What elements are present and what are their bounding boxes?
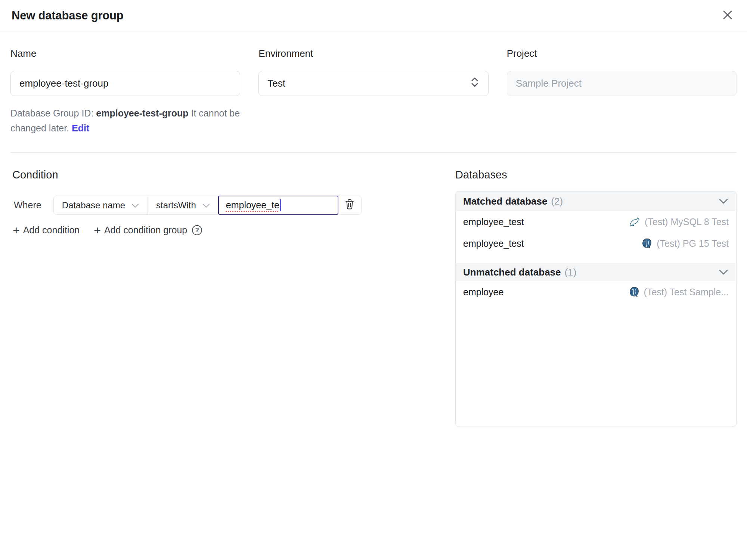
chevron-down-icon [718, 198, 729, 205]
condition-operator-value: startsWith [156, 200, 196, 211]
id-note-prefix: Database Group ID: [10, 108, 96, 118]
project-column: Project Sample Project [507, 48, 737, 96]
add-condition-button[interactable]: + Add condition [13, 225, 80, 236]
condition-row: Where Database name startsWith employee_… [10, 196, 455, 215]
database-instance-label: (Test) MySQL 8 Test [645, 217, 729, 227]
project-field[interactable]: Sample Project [507, 71, 737, 96]
matched-database-header[interactable]: Matched database (2) [456, 192, 736, 211]
chevron-down-icon [202, 200, 210, 211]
condition-actions-row: + Add condition + Add condition group ? [10, 225, 455, 236]
environment-column: Environment Test [258, 48, 488, 96]
postgresql-icon [629, 286, 640, 298]
content-row: Condition Where Database name startsWith [0, 169, 747, 426]
database-group-id-note: Database Group ID: employee-test-group I… [10, 106, 242, 136]
project-value: Sample Project [516, 78, 582, 89]
databases-heading: Databases [455, 169, 737, 181]
matched-database-title: Matched database [463, 196, 547, 207]
dialog-title: New database group [12, 9, 124, 22]
database-instance: (Test) Test Sample... [629, 286, 729, 298]
environment-label: Environment [258, 48, 488, 59]
database-instance-label: (Test) Test Sample... [644, 287, 729, 298]
condition-expression-group: Database name startsWith employee_te [53, 196, 362, 215]
add-condition-group-label: Add condition group [104, 225, 187, 236]
name-input[interactable] [10, 71, 240, 96]
postgresql-icon [641, 238, 653, 249]
condition-field-value: Database name [62, 200, 125, 211]
section-divider [10, 152, 737, 153]
condition-value-input[interactable]: employee_te [218, 196, 338, 215]
close-button[interactable] [719, 7, 736, 24]
name-column: Name [10, 48, 240, 96]
name-label: Name [10, 48, 240, 59]
mysql-icon [629, 216, 641, 227]
condition-field-dropdown[interactable]: Database name [54, 196, 148, 214]
add-condition-group-button[interactable]: + Add condition group ? [94, 225, 202, 236]
add-condition-label: Add condition [23, 225, 80, 236]
delete-condition-button[interactable] [338, 196, 361, 214]
edit-id-link[interactable]: Edit [72, 123, 89, 133]
unmatched-database-title: Unmatched database [463, 267, 561, 278]
condition-operator-dropdown[interactable]: startsWith [148, 196, 218, 214]
dialog-header: New database group [0, 0, 747, 31]
environment-value: Test [267, 78, 285, 89]
text-cursor [280, 199, 281, 211]
environment-select[interactable]: Test [258, 71, 488, 96]
database-instance: (Test) PG 15 Test [641, 238, 729, 249]
form-row: Name Environment Test Project Sample Pro… [0, 48, 747, 96]
unmatched-database-count: (1) [565, 267, 577, 278]
condition-section: Condition Where Database name startsWith [10, 169, 455, 236]
condition-value-text: employee_te [226, 200, 279, 211]
chevron-down-icon [131, 200, 139, 211]
databases-panel: Matched database (2) employee_test (Test… [455, 191, 737, 426]
id-note-value: employee-test-group [96, 108, 188, 118]
trash-icon [344, 199, 355, 212]
unmatched-database-header[interactable]: Unmatched database (1) [456, 263, 736, 281]
project-label: Project [507, 48, 737, 59]
matched-database-count: (2) [551, 196, 563, 207]
database-row: employee_test (Test) MySQL 8 Test [456, 211, 736, 233]
database-row: employee_test (Test) PG 15 Test [456, 233, 736, 254]
database-instance-label: (Test) PG 15 Test [657, 238, 729, 249]
database-name: employee [463, 287, 503, 298]
plus-icon: + [13, 225, 20, 236]
database-row: employee (Test) Test Sample... [456, 281, 736, 303]
condition-heading: Condition [10, 169, 455, 181]
close-icon [722, 9, 733, 22]
where-label: Where [14, 200, 41, 211]
selector-updown-icon [470, 77, 480, 90]
chevron-down-icon [718, 269, 729, 276]
help-icon[interactable]: ? [192, 225, 202, 235]
plus-icon: + [94, 225, 101, 236]
database-name: employee_test [463, 217, 524, 227]
section-gap [456, 254, 736, 263]
databases-section: Databases Matched database (2) employee_… [455, 169, 737, 426]
database-name: employee_test [463, 238, 524, 249]
database-instance: (Test) MySQL 8 Test [629, 216, 729, 227]
